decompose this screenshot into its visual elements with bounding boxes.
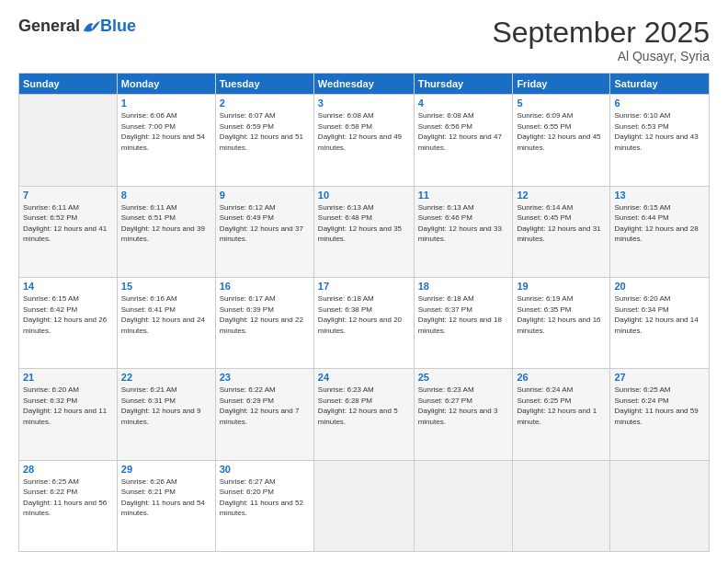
day-cell: 22Sunrise: 6:21 AMSunset: 6:31 PMDayligh… xyxy=(117,369,215,460)
week-row-4: 28Sunrise: 6:25 AMSunset: 6:22 PMDayligh… xyxy=(19,460,710,551)
week-row-0: 1Sunrise: 6:06 AMSunset: 7:00 PMDaylight… xyxy=(19,95,710,186)
day-cell: 28Sunrise: 6:25 AMSunset: 6:22 PMDayligh… xyxy=(19,460,118,551)
day-number: 20 xyxy=(614,281,705,292)
day-info: Sunrise: 6:18 AMSunset: 6:37 PMDaylight:… xyxy=(418,293,509,336)
day-cell: 3Sunrise: 6:08 AMSunset: 6:58 PMDaylight… xyxy=(313,95,414,186)
day-info: Sunrise: 6:25 AMSunset: 6:22 PMDaylight:… xyxy=(23,477,113,519)
day-cell: 21Sunrise: 6:20 AMSunset: 6:32 PMDayligh… xyxy=(19,369,118,460)
day-info: Sunrise: 6:06 AMSunset: 7:00 PMDaylight:… xyxy=(121,110,211,153)
location-title: Al Qusayr, Syria xyxy=(492,49,710,63)
day-cell: 23Sunrise: 6:22 AMSunset: 6:29 PMDayligh… xyxy=(215,369,313,460)
header-cell-saturday: Saturday xyxy=(610,74,710,95)
day-cell: 4Sunrise: 6:08 AMSunset: 6:56 PMDaylight… xyxy=(414,95,513,186)
day-number: 7 xyxy=(23,190,113,201)
day-number: 27 xyxy=(614,372,705,383)
day-info: Sunrise: 6:10 AMSunset: 6:53 PMDaylight:… xyxy=(614,110,705,153)
day-number: 29 xyxy=(121,464,211,475)
header-cell-tuesday: Tuesday xyxy=(215,74,313,95)
day-number: 30 xyxy=(220,464,310,475)
header-cell-friday: Friday xyxy=(513,74,610,95)
day-number: 9 xyxy=(220,190,310,201)
day-cell: 26Sunrise: 6:24 AMSunset: 6:25 PMDayligh… xyxy=(513,369,610,460)
day-number: 26 xyxy=(517,372,606,383)
logo-blue-text: Blue xyxy=(100,17,136,36)
day-cell: 19Sunrise: 6:19 AMSunset: 6:35 PMDayligh… xyxy=(513,277,610,368)
day-number: 14 xyxy=(23,281,113,292)
day-cell: 17Sunrise: 6:18 AMSunset: 6:38 PMDayligh… xyxy=(313,277,414,368)
day-cell: 6Sunrise: 6:10 AMSunset: 6:53 PMDaylight… xyxy=(610,95,710,186)
header-cell-monday: Monday xyxy=(117,74,215,95)
day-info: Sunrise: 6:13 AMSunset: 6:48 PMDaylight:… xyxy=(318,202,410,245)
day-cell: 8Sunrise: 6:11 AMSunset: 6:51 PMDaylight… xyxy=(117,186,215,277)
day-number: 8 xyxy=(121,190,211,201)
day-cell xyxy=(610,460,710,551)
day-cell: 18Sunrise: 6:18 AMSunset: 6:37 PMDayligh… xyxy=(414,277,513,368)
header: General Blue September 2025 Al Qusayr, S… xyxy=(18,17,710,63)
day-number: 15 xyxy=(121,281,211,292)
day-cell xyxy=(513,460,610,551)
day-info: Sunrise: 6:23 AMSunset: 6:27 PMDaylight:… xyxy=(418,385,509,427)
day-info: Sunrise: 6:22 AMSunset: 6:29 PMDaylight:… xyxy=(220,385,310,427)
day-cell: 5Sunrise: 6:09 AMSunset: 6:55 PMDaylight… xyxy=(513,95,610,186)
title-block: September 2025 Al Qusayr, Syria xyxy=(492,17,710,63)
day-info: Sunrise: 6:20 AMSunset: 6:32 PMDaylight:… xyxy=(23,385,113,427)
day-info: Sunrise: 6:20 AMSunset: 6:34 PMDaylight:… xyxy=(614,293,705,336)
day-cell: 16Sunrise: 6:17 AMSunset: 6:39 PMDayligh… xyxy=(215,277,313,368)
day-info: Sunrise: 6:23 AMSunset: 6:28 PMDaylight:… xyxy=(318,385,410,427)
day-info: Sunrise: 6:11 AMSunset: 6:52 PMDaylight:… xyxy=(23,202,113,245)
day-number: 1 xyxy=(121,98,211,109)
day-info: Sunrise: 6:14 AMSunset: 6:45 PMDaylight:… xyxy=(517,202,606,245)
day-number: 4 xyxy=(418,98,509,109)
day-cell xyxy=(414,460,513,551)
day-number: 19 xyxy=(517,281,606,292)
day-info: Sunrise: 6:13 AMSunset: 6:46 PMDaylight:… xyxy=(418,202,509,245)
day-number: 10 xyxy=(318,190,410,201)
day-number: 23 xyxy=(220,372,310,383)
day-cell: 25Sunrise: 6:23 AMSunset: 6:27 PMDayligh… xyxy=(414,369,513,460)
day-info: Sunrise: 6:19 AMSunset: 6:35 PMDaylight:… xyxy=(517,293,606,336)
day-number: 16 xyxy=(220,281,310,292)
week-row-2: 14Sunrise: 6:15 AMSunset: 6:42 PMDayligh… xyxy=(19,277,710,368)
day-info: Sunrise: 6:18 AMSunset: 6:38 PMDaylight:… xyxy=(318,293,410,336)
week-row-1: 7Sunrise: 6:11 AMSunset: 6:52 PMDaylight… xyxy=(19,186,710,277)
day-info: Sunrise: 6:08 AMSunset: 6:56 PMDaylight:… xyxy=(418,110,509,153)
day-cell: 1Sunrise: 6:06 AMSunset: 7:00 PMDaylight… xyxy=(117,95,215,186)
day-number: 24 xyxy=(318,372,410,383)
day-number: 5 xyxy=(517,98,606,109)
day-cell: 10Sunrise: 6:13 AMSunset: 6:48 PMDayligh… xyxy=(313,186,414,277)
day-info: Sunrise: 6:12 AMSunset: 6:49 PMDaylight:… xyxy=(220,202,310,245)
day-cell: 12Sunrise: 6:14 AMSunset: 6:45 PMDayligh… xyxy=(513,186,610,277)
day-number: 12 xyxy=(517,190,606,201)
day-number: 25 xyxy=(418,372,509,383)
day-cell xyxy=(313,460,414,551)
day-cell: 7Sunrise: 6:11 AMSunset: 6:52 PMDaylight… xyxy=(19,186,118,277)
header-cell-thursday: Thursday xyxy=(414,74,513,95)
day-cell: 20Sunrise: 6:20 AMSunset: 6:34 PMDayligh… xyxy=(610,277,710,368)
day-number: 11 xyxy=(418,190,509,201)
day-info: Sunrise: 6:07 AMSunset: 6:59 PMDaylight:… xyxy=(220,110,310,153)
day-info: Sunrise: 6:27 AMSunset: 6:20 PMDaylight:… xyxy=(220,477,310,519)
month-title: September 2025 xyxy=(492,17,710,49)
day-info: Sunrise: 6:24 AMSunset: 6:25 PMDaylight:… xyxy=(517,385,606,427)
day-number: 22 xyxy=(121,372,211,383)
day-info: Sunrise: 6:15 AMSunset: 6:44 PMDaylight:… xyxy=(614,202,705,245)
header-cell-wednesday: Wednesday xyxy=(313,74,414,95)
day-cell: 2Sunrise: 6:07 AMSunset: 6:59 PMDaylight… xyxy=(215,95,313,186)
day-info: Sunrise: 6:25 AMSunset: 6:24 PMDaylight:… xyxy=(614,385,705,427)
day-cell: 29Sunrise: 6:26 AMSunset: 6:21 PMDayligh… xyxy=(117,460,215,551)
day-info: Sunrise: 6:17 AMSunset: 6:39 PMDaylight:… xyxy=(220,293,310,336)
day-cell: 15Sunrise: 6:16 AMSunset: 6:41 PMDayligh… xyxy=(117,277,215,368)
day-number: 28 xyxy=(23,464,113,475)
day-cell: 30Sunrise: 6:27 AMSunset: 6:20 PMDayligh… xyxy=(215,460,313,551)
logo-general-text: General xyxy=(18,17,80,36)
day-number: 2 xyxy=(220,98,310,109)
day-number: 3 xyxy=(318,98,410,109)
day-number: 13 xyxy=(614,190,705,201)
day-number: 21 xyxy=(23,372,113,383)
day-info: Sunrise: 6:09 AMSunset: 6:55 PMDaylight:… xyxy=(517,110,606,153)
day-info: Sunrise: 6:21 AMSunset: 6:31 PMDaylight:… xyxy=(121,385,211,427)
day-cell: 14Sunrise: 6:15 AMSunset: 6:42 PMDayligh… xyxy=(19,277,118,368)
day-cell: 24Sunrise: 6:23 AMSunset: 6:28 PMDayligh… xyxy=(313,369,414,460)
logo: General Blue xyxy=(18,17,136,36)
day-info: Sunrise: 6:16 AMSunset: 6:41 PMDaylight:… xyxy=(121,293,211,336)
